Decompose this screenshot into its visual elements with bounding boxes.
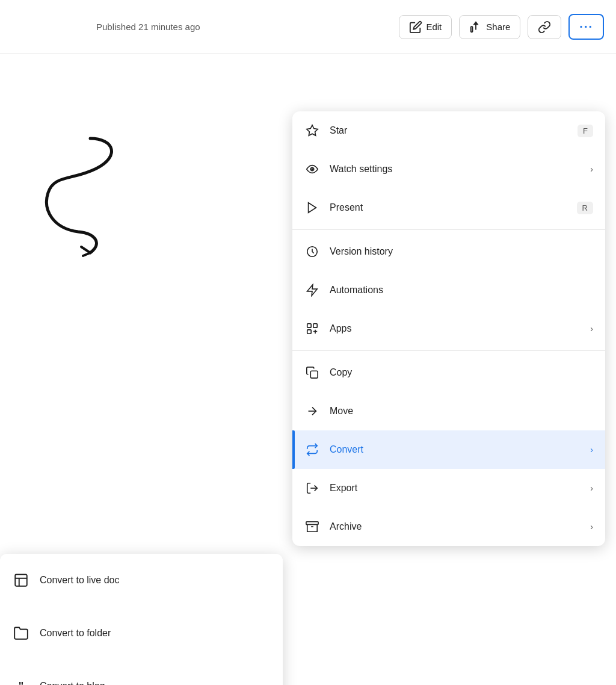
menu-item-present[interactable]: Present R bbox=[292, 188, 605, 227]
arrow-icon-archive: › bbox=[590, 522, 593, 532]
arrow-icon-apps: › bbox=[590, 324, 593, 333]
convert-sub-menu: Convert to live doc Convert to folder " … bbox=[0, 554, 283, 685]
sketch-area bbox=[18, 126, 138, 259]
menu-item-star[interactable]: Star F bbox=[292, 111, 605, 150]
svg-rect-8 bbox=[313, 324, 317, 327]
menu-item-automations[interactable]: Automations bbox=[292, 271, 605, 309]
menu-label-watch-settings: Watch settings bbox=[330, 164, 581, 175]
menu-item-apps[interactable]: Apps › bbox=[292, 309, 605, 348]
copy-icon bbox=[304, 366, 320, 379]
menu-label-move: Move bbox=[330, 406, 593, 417]
sub-menu-label-folder: Convert to folder bbox=[40, 628, 111, 639]
edit-button[interactable]: Edit bbox=[399, 15, 452, 39]
blog-icon: " bbox=[12, 680, 30, 686]
sub-menu-label-live-doc: Convert to live doc bbox=[40, 575, 120, 586]
more-label: ··· bbox=[579, 20, 593, 34]
menu-label-present: Present bbox=[330, 202, 567, 213]
menu-shortcut-star: F bbox=[578, 125, 593, 137]
move-icon bbox=[304, 404, 320, 418]
svg-marker-4 bbox=[309, 203, 316, 213]
more-button[interactable]: ··· bbox=[568, 14, 604, 40]
folder-icon bbox=[12, 625, 30, 641]
svg-rect-9 bbox=[307, 330, 311, 333]
main-area: Star F Watch settings › Present bbox=[0, 54, 616, 685]
svg-marker-6 bbox=[307, 285, 318, 296]
menu-item-watch-settings[interactable]: Watch settings › bbox=[292, 150, 605, 188]
arrow-icon-convert: › bbox=[590, 445, 593, 454]
menu-label-apps: Apps bbox=[330, 323, 581, 334]
export-icon bbox=[304, 482, 320, 495]
edit-label: Edit bbox=[426, 22, 442, 32]
watch-icon bbox=[304, 163, 320, 176]
svg-rect-17 bbox=[15, 574, 27, 586]
menu-label-archive: Archive bbox=[330, 521, 581, 532]
menu-item-version-history[interactable]: Version history bbox=[292, 232, 605, 271]
menu-label-export: Export bbox=[330, 483, 581, 494]
live-doc-icon bbox=[12, 572, 30, 588]
sub-menu-item-blog[interactable]: " Convert to blog bbox=[0, 660, 283, 685]
svg-point-3 bbox=[312, 169, 313, 170]
archive-icon bbox=[304, 520, 320, 533]
svg-rect-15 bbox=[306, 522, 318, 525]
menu-shortcut-present: R bbox=[577, 202, 593, 214]
arrow-icon-watch: › bbox=[590, 164, 593, 174]
published-text: Published 21 minutes ago bbox=[96, 22, 200, 32]
sub-menu-item-folder[interactable]: Convert to folder bbox=[0, 607, 283, 660]
apps-icon bbox=[304, 322, 320, 335]
version-history-icon bbox=[304, 245, 320, 258]
menu-label-copy: Copy bbox=[330, 367, 593, 378]
share-icon bbox=[469, 20, 482, 34]
edit-icon bbox=[409, 20, 422, 34]
share-button[interactable]: Share bbox=[459, 15, 520, 39]
menu-label-automations: Automations bbox=[330, 285, 593, 296]
divider-2 bbox=[292, 350, 605, 351]
share-label: Share bbox=[486, 22, 510, 32]
menu-item-move[interactable]: Move bbox=[292, 392, 605, 430]
menu-item-export[interactable]: Export › bbox=[292, 469, 605, 507]
dropdown-menu: Star F Watch settings › Present bbox=[292, 111, 605, 546]
sub-menu-label-blog: Convert to blog bbox=[40, 681, 105, 685]
arrow-icon-export: › bbox=[590, 483, 593, 493]
svg-rect-0 bbox=[471, 26, 473, 32]
svg-rect-12 bbox=[310, 371, 318, 378]
automations-icon bbox=[304, 284, 320, 297]
menu-item-copy[interactable]: Copy bbox=[292, 353, 605, 392]
divider-1 bbox=[292, 229, 605, 230]
link-button[interactable] bbox=[528, 15, 561, 39]
sub-menu-item-live-doc[interactable]: Convert to live doc bbox=[0, 554, 283, 607]
present-icon bbox=[304, 201, 320, 214]
menu-item-convert[interactable]: Convert › bbox=[292, 430, 605, 469]
convert-icon bbox=[304, 443, 320, 456]
svg-marker-1 bbox=[307, 125, 318, 135]
menu-label-convert: Convert bbox=[330, 444, 581, 455]
link-icon bbox=[538, 20, 551, 34]
menu-label-version-history: Version history bbox=[330, 246, 593, 257]
menu-item-archive[interactable]: Archive › bbox=[292, 507, 605, 546]
menu-label-star: Star bbox=[330, 125, 568, 136]
star-icon bbox=[304, 124, 320, 137]
top-bar: Published 21 minutes ago Edit Share ··· bbox=[0, 0, 616, 54]
svg-rect-7 bbox=[307, 324, 311, 327]
